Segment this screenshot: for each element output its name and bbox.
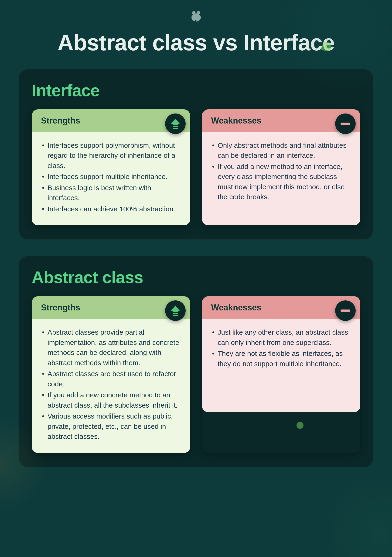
minus-icon [335,300,356,321]
list-item: Business logic is best written with inte… [41,183,181,203]
list-item: Interfaces support multiple inheritance. [41,172,181,182]
list-item: Various access modifiers such as public,… [41,411,181,442]
list-item: Just like any other class, an abstract c… [211,327,351,347]
card-header-label: Strengths [41,303,80,312]
svg-rect-3 [195,20,196,22]
list-item: If you add a new concrete method to an a… [41,390,181,410]
list-item: Only abstract methods and final attribut… [211,140,351,161]
weaknesses-card: Weaknesses Only abstract methods and fin… [202,109,360,226]
list-item: They are not as flexible as interfaces, … [211,348,351,369]
weaknesses-list: Only abstract methods and final attribut… [211,140,351,202]
strengths-card: Strengths Interfaces support polymorphis… [32,109,190,226]
minus-icon [335,114,356,134]
up-arrow-icon [165,300,186,321]
up-arrow-icon [165,114,186,134]
svg-rect-4 [197,20,197,22]
card-header: Strengths [32,296,190,319]
list-item: Abstract classes are best used to refact… [41,369,181,389]
list-item: Interfaces support polymorphism, without… [41,140,181,171]
section-interface: Interface Strengths Interfaces support p… [19,69,373,240]
card-header-label: Strengths [41,116,80,125]
weaknesses-list: Just like any other class, an abstract c… [211,327,351,369]
strengths-list: Interfaces support polymorphism, without… [41,140,181,214]
svg-point-2 [192,14,201,22]
list-item: If you add a new method to an interface,… [211,162,351,202]
card-header-label: Weaknesses [211,303,262,312]
strengths-list: Abstract classes provide partial impleme… [41,327,181,442]
card-header-label: Weaknesses [211,116,262,125]
brand-logo-icon [189,9,203,23]
list-item: Interfaces can achieve 100% abstraction. [41,204,181,214]
section-title: Abstract class [32,268,360,287]
strengths-card: Strengths Abstract classes provide parti… [32,296,190,453]
card-header: Weaknesses [202,109,360,132]
section-abstract-class: Abstract class Strengths Abstract classe… [19,256,373,467]
card-header: Weaknesses [202,296,360,319]
list-item: Abstract classes provide partial impleme… [41,327,181,368]
card-header: Strengths [32,109,190,132]
weaknesses-card: Weaknesses Just like any other class, an… [202,296,360,453]
